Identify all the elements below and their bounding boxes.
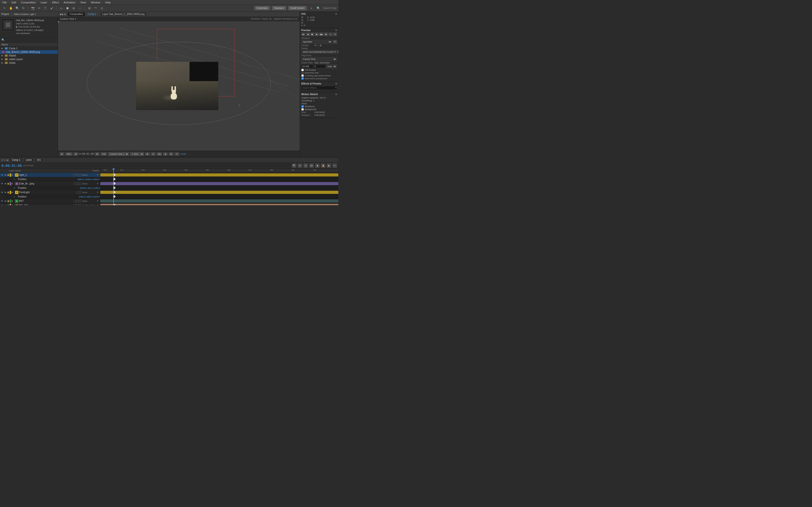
project-item-rabbit[interactable]: ▶ ▦ Rabbit	[0, 54, 58, 57]
comp-view-count[interactable]: 1 View 2 Views 4 Views	[130, 152, 144, 156]
comp-exposure[interactable]: ☀	[174, 152, 179, 156]
comp-transparent[interactable]: ⊡	[151, 152, 156, 156]
menu-layer[interactable]: Layer	[40, 0, 48, 4]
layer-dropdown-pointlight[interactable]: ▼	[97, 191, 100, 193]
comp-magnification[interactable]: 25%	[65, 152, 72, 156]
tool-hand[interactable]: ✋	[8, 6, 13, 11]
layer-row-light1[interactable]: 👁 ◉ 🔒 ▶ ☀ Light_1 None ▼	[0, 173, 100, 177]
tool-anchor[interactable]: ⊕	[71, 6, 77, 11]
layer-expand-001tail[interactable]: ▼	[12, 204, 14, 205]
effects-search[interactable]	[301, 86, 337, 90]
tool-motion[interactable]: 〜	[93, 6, 98, 11]
tool-path[interactable]: ⬟	[65, 6, 70, 11]
comp-always-preview[interactable]: ⊞	[59, 152, 64, 156]
fullscreen-check[interactable]	[301, 69, 304, 71]
tool-text[interactable]: T	[43, 6, 48, 11]
menu-help[interactable]: Help	[104, 0, 112, 4]
lc-3d-ant[interactable]	[79, 200, 81, 202]
timeline-tab-001[interactable]: 001	[35, 158, 43, 162]
layer-dropdown-001tail[interactable]: ▼	[97, 204, 100, 205]
tool-camera[interactable]: 📷	[30, 6, 36, 11]
shortcut-reset[interactable]: ↺	[333, 40, 337, 44]
layer-solo-light1[interactable]: ◉	[4, 174, 7, 176]
play-from-select[interactable]: Current Time	[301, 57, 337, 61]
effects-menu-icon[interactable]: ≡	[336, 82, 337, 85]
comp-quality[interactable]: Full	[101, 152, 107, 156]
menu-window[interactable]: Window	[90, 0, 101, 4]
layer-row-ant[interactable]: 👁 ◉ 🔒 ▶ A ANT None ▼	[0, 199, 100, 203]
comp-view-select[interactable]: Custom View 1 Active Camera Front	[108, 152, 129, 156]
project-item-comp1[interactable]: ▶ ▦ Comp 1	[0, 47, 58, 50]
shortcut-select[interactable]: Spacebar	[301, 40, 332, 44]
layer-prop-light1-pos[interactable]: ⊙ Position 3960.0,-3260.0,-4829.7	[4, 177, 100, 181]
tool-shape[interactable]: ▭	[58, 6, 64, 11]
preview-stop[interactable]: ⏹	[311, 33, 314, 36]
tl-hide-shy[interactable]: ◑	[315, 163, 319, 168]
layer-row-oak[interactable]: 👁 ◉ 🔒 ▶ ▤ [Oak_Br...]png None ▼	[0, 181, 100, 186]
layer-expand-ant[interactable]: ▶	[12, 200, 14, 202]
comp-3d[interactable]: 3D	[157, 152, 162, 156]
timeline-tab-comp1[interactable]: Comp 1	[10, 158, 22, 162]
playhead[interactable]	[113, 169, 114, 173]
lc-dot-tail[interactable]	[73, 204, 76, 206]
comp-tab-comp1[interactable]: Composition	[67, 12, 85, 16]
info-menu-icon[interactable]: ≡	[336, 12, 337, 15]
stopwatch-pl[interactable]: ⊙	[13, 195, 16, 198]
track-001tail[interactable]	[100, 203, 338, 205]
layer-eye-oak[interactable]: 👁	[0, 182, 4, 186]
layer-dropdown-ant[interactable]: ▼	[97, 200, 100, 202]
effects-options[interactable]: ≡	[335, 86, 337, 89]
lc-3d-oak[interactable]	[79, 182, 81, 185]
layer-solo-ant[interactable]: ◉	[4, 200, 7, 203]
lc-box-tail[interactable]	[76, 204, 79, 206]
workspace-small-screen[interactable]: Small Screen	[288, 6, 307, 10]
layer-eye-light1[interactable]: 👁	[0, 173, 4, 177]
if-caching-check[interactable]	[301, 74, 304, 77]
preview-last[interactable]: ⏭	[324, 33, 328, 36]
tool-rotate[interactable]: ↻	[21, 6, 26, 11]
skip-value[interactable]	[314, 65, 325, 68]
tool-align[interactable]: ⊞	[87, 6, 92, 11]
move-time-check[interactable]	[301, 77, 304, 80]
lc-box-oak[interactable]	[76, 182, 79, 185]
kf-pl-pos[interactable]	[113, 195, 116, 198]
lc-dot-oak[interactable]	[73, 182, 76, 185]
lc-dot-pl[interactable]	[76, 191, 79, 193]
layer-expand-light1[interactable]: ▶	[12, 174, 14, 176]
layer-eye-ant[interactable]: 👁	[0, 199, 4, 203]
layer-lock-light1[interactable]: 🔒	[7, 174, 10, 176]
tool-brush[interactable]: 🖌	[49, 6, 54, 11]
track-oak[interactable]	[100, 181, 338, 186]
track-pl-pos[interactable]	[100, 194, 338, 199]
audio-icon[interactable]: ♪	[317, 44, 319, 47]
comp-draft[interactable]: ◈	[163, 152, 168, 156]
layer-row-pointlight[interactable]: 👁 ◉ 🔒 ▶ ☀ PointLight None ▼	[0, 190, 100, 194]
tool-pen[interactable]: ✏	[37, 6, 42, 11]
preview-next-frame[interactable]: ▶▶	[319, 33, 323, 36]
workspace-standard[interactable]: Standard	[272, 6, 286, 10]
menu-effect[interactable]: Effect	[51, 0, 60, 4]
wireframe-check[interactable]	[301, 105, 304, 108]
layer-prop-pl-pos[interactable]: ⊙ Position 1040.0,-530.0,-2076.7	[4, 194, 100, 199]
menu-file[interactable]: File	[1, 0, 8, 4]
layer-prop-oak-pos[interactable]: ⊙ Position 2020.0,-90.0,-2180.0	[4, 186, 100, 190]
layer-expand-pointlight[interactable]: ▶	[12, 191, 14, 193]
tl-motion-blur[interactable]: ≋	[298, 163, 302, 168]
comp-tab-layer[interactable]: Layer Oak_Branch_C_{0001-0800}.png	[100, 12, 147, 16]
tool-zoom[interactable]: 🔍	[14, 6, 20, 11]
menu-edit[interactable]: Edit	[11, 0, 17, 4]
menu-animation[interactable]: Animation	[63, 0, 77, 4]
track-area[interactable]: 00s 01s 02s 03s 04s 05s 06s 07s 08s 09s …	[100, 169, 338, 205]
workspace-essentials[interactable]: Essentials	[254, 6, 270, 10]
comp-snap[interactable]: ⊞	[73, 152, 78, 156]
preview-first[interactable]: ⏮	[301, 33, 305, 36]
lc-box-ant[interactable]	[76, 200, 79, 202]
stopwatch-icon[interactable]: ⊙	[13, 178, 16, 180]
comp-grid[interactable]: ⊞	[145, 152, 150, 156]
lc-box-pl[interactable]	[79, 191, 81, 193]
tool-puppet[interactable]: ⋯	[77, 6, 83, 11]
range-select[interactable]: Work Area Extended By Current Ti	[301, 50, 338, 54]
layer-expand-oak[interactable]: ▶	[12, 182, 14, 185]
framerate-value[interactable]	[301, 65, 313, 68]
menu-view[interactable]: View	[79, 0, 87, 4]
